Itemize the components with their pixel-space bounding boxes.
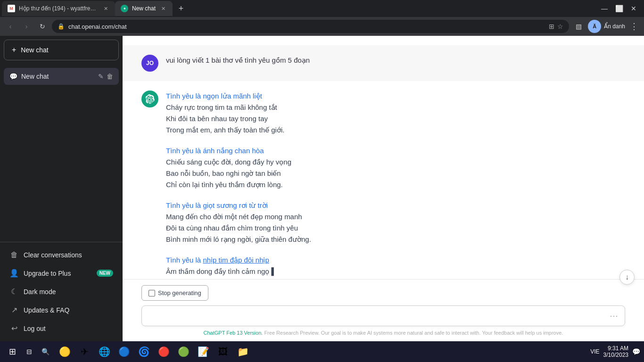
chatgpt-favicon: ✦ — [121, 5, 128, 12]
updates-faq-btn[interactable]: ↗ Updates & FAQ — [4, 301, 119, 319]
chat-input[interactable] — [149, 312, 610, 320]
window-close-btn[interactable]: ✕ — [629, 4, 638, 13]
poem-stanza-2: Tình yêu là ánh nắng chan hòa Chiếu sáng… — [166, 145, 625, 190]
delete-conversation-btn[interactable]: 🗑 — [107, 73, 113, 80]
address-bar[interactable]: 🔒 chat.openai.com/chat ⊞ ☆ — [52, 20, 569, 33]
taskbar-app-telegram[interactable]: ✈ — [75, 343, 94, 360]
footer-note-text: Free Research Preview. Our goal is to ma… — [264, 330, 563, 336]
new-tab-button[interactable]: + — [174, 2, 188, 15]
translate-icon[interactable]: ⊞ — [549, 23, 554, 30]
profile-name[interactable]: Ẩn danh — [604, 23, 625, 30]
language-indicator[interactable]: VIE — [590, 348, 599, 355]
poem-line: Khi đôi ta bên nhau tay trong tay — [166, 113, 625, 124]
lock-icon: 🔒 — [58, 23, 65, 30]
poem-stanza-1: Tình yêu là ngọn lửa mãnh liệt Cháy rực … — [166, 90, 625, 136]
address-actions: ⊞ ☆ — [549, 23, 563, 30]
gmail-tab[interactable]: M Hộp thư đến (194) - wyattfrench... ✕ — [2, 1, 115, 16]
taskbar-right: VIE 9:31 AM 3/10/2023 💬 — [590, 345, 640, 358]
nav-bar: ‹ › ↻ 🔒 chat.openai.com/chat ⊞ ☆ ▧ Ă Ẩn … — [0, 17, 644, 36]
taskbar-app-viber[interactable]: 🟡 — [55, 343, 74, 360]
conversation-title: New chat — [21, 73, 94, 80]
taskbar-app-blue[interactable]: 🔵 — [115, 343, 133, 360]
user-prompt-text: vui lòng viết 1 bài thơ về tình yêu gồm … — [166, 56, 310, 64]
taskview-button[interactable]: ⊟ — [23, 343, 36, 360]
chatgpt-tab-close[interactable]: ✕ — [159, 5, 167, 12]
gmail-tab-title: Hộp thư đến (194) - wyattfrench... — [19, 5, 98, 12]
edit-conversation-btn[interactable]: ✎ — [98, 73, 104, 80]
notification-icon[interactable]: 💬 — [632, 348, 640, 355]
window-minimize-btn[interactable]: — — [599, 4, 610, 13]
trash-icon: 🗑 — [9, 251, 19, 259]
search-button[interactable]: 🔍 — [38, 343, 53, 360]
browser-chrome: M Hộp thư đến (194) - wyattfrench... ✕ ✦… — [0, 0, 644, 36]
date-display: 3/10/2023 — [603, 352, 628, 358]
poem-line: Mang đến cho đời một nét đẹp mong manh — [166, 211, 625, 222]
taskbar-app-photo[interactable]: 🖼 — [214, 343, 232, 360]
time-display: 9:31 AM — [603, 345, 628, 352]
footer-version-link[interactable]: ChatGPT Feb 13 Version. — [204, 330, 263, 336]
poem-line: Bình minh mới ló rạng ngời, giữa thiên đ… — [166, 234, 625, 245]
app: + New chat 💬 New chat ✎ 🗑 🗑 Clear conver… — [0, 36, 644, 341]
taskbar-app-green[interactable]: 🟢 — [174, 343, 193, 360]
window-controls: — ⬜ ✕ — [599, 4, 642, 13]
assistant-message: Tình yêu là ngọn lửa mãnh liệt Cháy rực … — [123, 81, 644, 279]
footer-note: ChatGPT Feb 13 Version. Free Research Pr… — [141, 330, 625, 336]
poem-line: Chiếu sáng cuộc đời, dong đầy hy vọng — [166, 156, 625, 168]
gmail-tab-close[interactable]: ✕ — [102, 5, 109, 12]
poem-line: Đôi ta cùng nhau đắm chìm trong tình yêu — [166, 222, 625, 234]
forward-button[interactable]: › — [20, 20, 33, 33]
chatgpt-tab-title: New chat — [132, 5, 156, 12]
updates-faq-label: Updates & FAQ — [24, 306, 69, 314]
conversations-list: 💬 New chat ✎ 🗑 — [0, 66, 123, 242]
taskbar-app-swirl[interactable]: 🌀 — [134, 343, 153, 360]
refresh-button[interactable]: ↻ — [36, 20, 49, 33]
taskbar-app-red[interactable]: 🔴 — [154, 343, 173, 360]
taskbar-app-folder[interactable]: 📁 — [233, 343, 252, 360]
browser-menu-button[interactable]: ⋮ — [628, 20, 640, 33]
dark-mode-btn[interactable]: ☾ Dark mode — [4, 282, 119, 301]
log-out-btn[interactable]: ↩ Log out — [4, 319, 119, 337]
conversation-item[interactable]: 💬 New chat ✎ 🗑 — [4, 68, 119, 85]
input-more-icon[interactable]: ⋯ — [610, 311, 618, 321]
taskbar-app-word[interactable]: 📝 — [194, 343, 213, 360]
nav-right: ▧ Ă Ẩn danh ⋮ — [572, 20, 640, 33]
taskbar-app-chrome[interactable]: 🌐 — [95, 343, 114, 360]
profile-initials: Ă — [593, 24, 596, 29]
clear-conversations-btn[interactable]: 🗑 Clear conversations — [4, 246, 119, 264]
stop-generating-button[interactable]: Stop generating — [141, 285, 208, 301]
sidebar-bottom: 🗑 Clear conversations 👤 Upgrade to Plus … — [0, 242, 123, 341]
assistant-message-content: Tình yêu là ngọn lửa mãnh liệt Cháy rực … — [166, 90, 625, 279]
new-chat-label: New chat — [21, 46, 48, 54]
assistant-avatar — [141, 90, 158, 107]
sidebar-top: + New chat — [0, 36, 123, 66]
poem-line: Tình yêu là nhịp tim đập đôi nhịp — [166, 255, 625, 266]
dark-mode-label: Dark mode — [24, 288, 56, 296]
new-chat-button[interactable]: + New chat — [4, 40, 119, 60]
sidebar-toggle-btn[interactable]: ▧ — [572, 20, 585, 33]
stop-generating-area: Stop generating — [141, 285, 625, 301]
stop-checkbox-icon — [149, 290, 155, 296]
user-message-content: vui lòng viết 1 bài thơ về tình yêu gồm … — [166, 55, 625, 66]
gmail-favicon: M — [8, 5, 15, 12]
scroll-to-bottom-button[interactable]: ↓ — [619, 270, 635, 285]
poem-line: Tình yêu là giọt sương rơi từ trời — [166, 200, 625, 211]
poem-line: Cháy rực trong tim ta mãi không tắt — [166, 102, 625, 113]
main-content: JO vui lòng viết 1 bài thơ về tình yêu g… — [123, 36, 644, 341]
clear-conversations-label: Clear conversations — [24, 251, 82, 259]
moon-icon: ☾ — [9, 287, 19, 296]
chatgpt-tab[interactable]: ✦ New chat ✕ — [115, 1, 173, 16]
clock[interactable]: 9:31 AM 3/10/2023 — [603, 345, 628, 358]
profile-avatar[interactable]: Ă — [588, 20, 601, 33]
upgrade-to-plus-btn[interactable]: 👤 Upgrade to Plus NEW — [4, 264, 119, 282]
poem-line: Âm thầm dong đầy tình cảm ngọ ▌ — [166, 266, 625, 277]
window-restore-btn[interactable]: ⬜ — [613, 4, 625, 13]
poem-line: Tình yêu là ngọn lửa mãnh liệt — [166, 90, 625, 102]
poem-line: Chỉ còn lại tình yêu thắm đượm lòng. — [166, 179, 625, 190]
chat-area: JO vui lòng viết 1 bài thơ về tình yêu g… — [123, 36, 644, 279]
bookmark-icon[interactable]: ☆ — [557, 23, 563, 30]
user-avatar: JO — [141, 55, 158, 72]
poem-line: Trong mắt em, anh thấy toàn thế giới. — [166, 124, 625, 136]
back-button[interactable]: ‹ — [4, 20, 17, 33]
start-button[interactable]: ⊞ — [4, 343, 21, 360]
taskbar: ⊞ ⊟ 🔍 🟡 ✈ 🌐 🔵 🌀 🔴 🟢 📝 🖼 📁 VIE 9:31 AM 3/… — [0, 341, 644, 362]
